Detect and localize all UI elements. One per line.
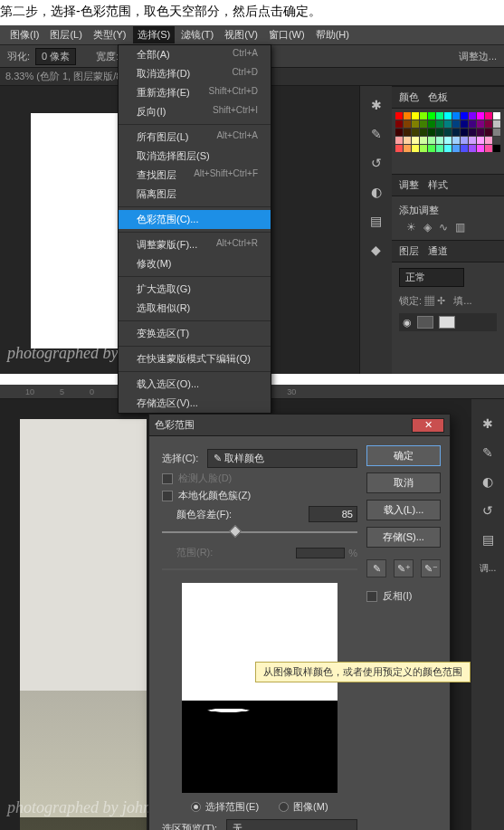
- levels-icon[interactable]: ◈: [423, 221, 432, 234]
- swatch[interactable]: [444, 112, 452, 119]
- swatch[interactable]: [461, 129, 468, 136]
- fuzziness-slider[interactable]: [162, 526, 357, 539]
- swatch[interactable]: [428, 112, 435, 119]
- swatch[interactable]: [452, 145, 460, 152]
- menu-item[interactable]: 色彩范围(C)...: [119, 210, 271, 229]
- swatch[interactable]: [412, 137, 419, 144]
- swatch[interactable]: [461, 137, 468, 144]
- layers-icon[interactable]: ▤: [480, 531, 496, 548]
- menu-item[interactable]: 选择(S): [133, 26, 176, 43]
- swatch[interactable]: [395, 129, 403, 136]
- menu-item[interactable]: 查找图层Alt+Shift+Ctrl+F: [119, 166, 271, 185]
- swatch[interactable]: [452, 129, 460, 136]
- menu-item[interactable]: 图像(I): [5, 26, 43, 43]
- swatch[interactable]: [412, 120, 419, 128]
- swatch[interactable]: [395, 120, 403, 128]
- swatch[interactable]: [469, 137, 476, 144]
- brightness-icon[interactable]: ☀: [406, 221, 416, 234]
- swatch[interactable]: [420, 120, 427, 128]
- swatch[interactable]: [469, 129, 476, 136]
- swatch[interactable]: [477, 120, 484, 128]
- history-icon[interactable]: ↺: [480, 502, 496, 519]
- selection-preview-combo[interactable]: 无: [226, 819, 357, 830]
- lock-pixels-icon[interactable]: ▦: [424, 295, 434, 306]
- menu-item[interactable]: 隔离图层: [119, 185, 271, 204]
- menu-item[interactable]: 存储选区(V)...: [119, 394, 271, 413]
- selection-preview[interactable]: [182, 583, 338, 793]
- swatch[interactable]: [428, 129, 435, 136]
- swatch[interactable]: [485, 137, 492, 144]
- swatch[interactable]: [444, 145, 452, 152]
- channels-tab[interactable]: 通道: [428, 244, 448, 258]
- swatches-panel[interactable]: [392, 109, 504, 174]
- swatch[interactable]: [469, 112, 476, 119]
- swatch[interactable]: [428, 145, 435, 152]
- swatches-icon[interactable]: ✱: [480, 415, 496, 432]
- swatches-icon[interactable]: ✱: [368, 97, 385, 113]
- menu-item[interactable]: 图层(L): [45, 26, 86, 43]
- cancel-button[interactable]: 取消: [366, 472, 441, 493]
- swatch[interactable]: [493, 120, 500, 128]
- swatch[interactable]: [420, 137, 427, 144]
- swatch[interactable]: [395, 137, 403, 144]
- menu-item[interactable]: 修改(M): [119, 254, 271, 273]
- swatch[interactable]: [461, 145, 468, 152]
- paths-icon[interactable]: ◆: [368, 242, 385, 258]
- swatch[interactable]: [477, 112, 484, 119]
- menu-item[interactable]: 调整蒙版(F)...Alt+Ctrl+R: [119, 235, 271, 254]
- swatch[interactable]: [428, 120, 435, 128]
- swatch[interactable]: [436, 112, 443, 119]
- menu-item[interactable]: 视图(V): [220, 26, 262, 43]
- adjustment-icon[interactable]: ◐: [480, 473, 496, 490]
- layers-tab[interactable]: 图层: [399, 244, 419, 258]
- refine-edge-button[interactable]: 调整边...: [459, 50, 497, 63]
- styles-tab[interactable]: 样式: [428, 178, 448, 192]
- invert-checkbox[interactable]: [366, 591, 377, 602]
- swatch[interactable]: [420, 129, 427, 136]
- swatch[interactable]: [412, 129, 419, 136]
- swatch[interactable]: [404, 112, 411, 119]
- text-label-icon[interactable]: 调...: [480, 560, 496, 577]
- swatch[interactable]: [444, 129, 452, 136]
- swatch[interactable]: [477, 145, 484, 152]
- swatch[interactable]: [436, 137, 443, 144]
- radio-selection[interactable]: [191, 802, 201, 812]
- swatch[interactable]: [469, 120, 476, 128]
- swatch[interactable]: [477, 129, 484, 136]
- swatch[interactable]: [436, 129, 443, 136]
- menu-item[interactable]: 取消选择图层(S): [119, 147, 271, 166]
- swatch[interactable]: [412, 112, 419, 119]
- colors-tab[interactable]: 颜色: [399, 91, 419, 104]
- lock-position-icon[interactable]: ✢: [437, 295, 445, 306]
- swatch[interactable]: [428, 137, 435, 144]
- brush-icon[interactable]: ✎: [368, 126, 385, 142]
- swatch[interactable]: [444, 120, 452, 128]
- history-icon[interactable]: ↺: [368, 155, 385, 171]
- swatch[interactable]: [485, 112, 492, 119]
- swatch[interactable]: [485, 145, 492, 152]
- swatch[interactable]: [404, 145, 411, 152]
- load-button[interactable]: 载入(L)...: [366, 500, 441, 520]
- save-button[interactable]: 存储(S)...: [366, 527, 441, 548]
- menu-item[interactable]: 取消选择(D)Ctrl+D: [119, 64, 271, 83]
- menu-item[interactable]: 选取相似(R): [119, 299, 271, 318]
- menu-item[interactable]: 所有图层(L)Alt+Ctrl+A: [119, 128, 271, 147]
- menu-item[interactable]: 全部(A)Ctrl+A: [119, 45, 271, 64]
- swatch[interactable]: [461, 112, 468, 119]
- curves-icon[interactable]: ∿: [439, 221, 448, 234]
- swatch[interactable]: [493, 137, 500, 144]
- ok-button[interactable]: 确定: [366, 445, 441, 466]
- adjustments-tab[interactable]: 调整: [399, 178, 419, 192]
- exposure-icon[interactable]: ▥: [455, 221, 465, 234]
- swatch[interactable]: [477, 137, 484, 144]
- close-icon[interactable]: ✕: [412, 418, 444, 433]
- swatch[interactable]: [420, 112, 427, 119]
- fuzziness-value[interactable]: 85: [309, 506, 357, 522]
- menu-item[interactable]: 类型(Y): [89, 26, 131, 43]
- swatch[interactable]: [444, 137, 452, 144]
- menu-item[interactable]: 载入选区(O)...: [119, 375, 271, 394]
- swatch[interactable]: [404, 137, 411, 144]
- eyedropper-icon[interactable]: ✎: [366, 559, 386, 577]
- layer-row[interactable]: ◉: [399, 313, 497, 331]
- adjustment-icon[interactable]: ◐: [368, 184, 385, 200]
